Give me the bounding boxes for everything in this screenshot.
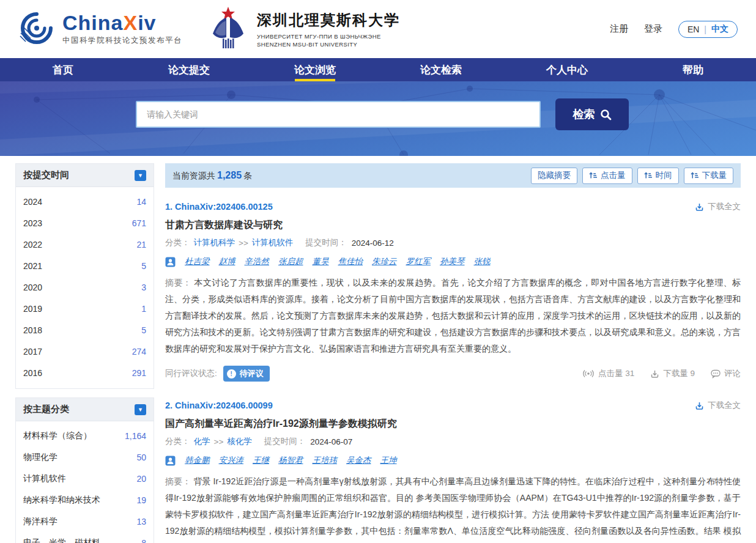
author-link[interactable]: 王继 <box>253 455 269 466</box>
time-facet-item[interactable]: 2020 3 <box>23 276 146 298</box>
nav-item[interactable]: 首页 <box>0 58 126 81</box>
msu-bit-emblem-icon <box>208 6 248 53</box>
subject-facet-item[interactable]: 材料科学（综合） 1,164 <box>23 425 146 446</box>
subject-facet-item[interactable]: 海洋科学 13 <box>23 511 146 532</box>
nav-item[interactable]: 论文提交 <box>126 58 252 81</box>
author-icon <box>165 456 176 466</box>
author-link[interactable]: 王坤 <box>380 455 397 466</box>
sort-ascending-icon <box>691 171 699 180</box>
collapse-time-facet-button[interactable]: ▼ <box>135 170 146 181</box>
login-link[interactable]: 登录 <box>644 23 662 35</box>
lang-en[interactable]: EN <box>687 24 699 34</box>
time-facet-header: 按提交时间 ▼ <box>16 164 154 187</box>
author-link[interactable]: 罗红军 <box>406 256 431 267</box>
facet-sidebar: 按提交时间 ▼ 2024 14 2023 671 2022 <box>15 163 154 543</box>
collapse-subject-facet-button[interactable]: ▼ <box>135 404 146 415</box>
paper-id-link[interactable]: 1. ChinaXiv:202406.00125 <box>165 202 273 212</box>
nav-item[interactable]: 帮助 <box>630 58 756 81</box>
language-switcher[interactable]: EN | 中文 <box>678 21 738 38</box>
time-facet-item[interactable]: 2018 5 <box>23 319 146 341</box>
time-facet-item[interactable]: 2016 291 <box>23 362 146 383</box>
time-facet-item[interactable]: 2021 5 <box>23 255 146 276</box>
time-facet-item[interactable]: 2017 274 <box>23 341 146 362</box>
author-link[interactable]: 杜吉梁 <box>185 256 210 267</box>
main-nav: 首页 论文提交 论文浏览 论文检索 个人中心 帮助 <box>0 58 756 81</box>
sort-button[interactable]: 时间 <box>637 168 679 184</box>
time-facet-item[interactable]: 2019 1 <box>23 298 146 319</box>
paper-authors: 韩金鹏安兴涛王继杨智君王培玮吴金杰王坤 <box>165 455 741 466</box>
results-total: 当前资源共1,285条 <box>172 170 252 182</box>
author-link[interactable]: 王培玮 <box>313 455 338 466</box>
download-fulltext-link[interactable]: 下载全文 <box>695 400 741 411</box>
category-link[interactable]: 化学 <box>194 436 210 447</box>
results-main: 当前资源共1,285条 隐藏摘要 <box>165 163 741 543</box>
subject-facet-item[interactable]: 电子、光学、磁材料 8 <box>23 532 146 543</box>
university-name-en: SHENZHEN MSU-BIT UNIVERSITY <box>257 41 400 48</box>
subject-facet-header: 按主题分类 ▼ <box>16 398 154 421</box>
comments-link[interactable]: 评论 <box>711 368 741 379</box>
paper-title[interactable]: 国产高剂量率近距离治疗Ir-192源剂量学参数模拟研究 <box>165 418 741 430</box>
paper-entry: 1. ChinaXiv:202406.00125 下载全文 甘肃方言数据库建设与… <box>165 188 741 386</box>
paper-abstract: 摘要： 背景 Ir-192近距治疗源是一种高剂量率γ射线放射源，其具有中心剂量率… <box>165 473 741 543</box>
site-header: ChinaXiv 中国科学院科技论文预发布平台 深圳北理莫斯科大学 УНИВЕР… <box>0 0 756 58</box>
sort-button[interactable]: 下载量 <box>684 168 734 184</box>
submit-date: 2024-06-07 <box>310 437 352 446</box>
download-fulltext-link[interactable]: 下载全文 <box>695 201 741 212</box>
time-facet-item[interactable]: 2022 21 <box>23 234 146 255</box>
author-link[interactable]: 杨智君 <box>278 455 303 466</box>
download-icon <box>695 401 704 410</box>
author-link[interactable]: 韩金鹏 <box>185 455 210 466</box>
subcategory-link[interactable]: 计算机软件 <box>252 237 294 248</box>
review-status-label: 同行评议状态: <box>165 368 217 379</box>
author-link[interactable]: 朱珍云 <box>372 256 397 267</box>
time-facet-item[interactable]: 2024 14 <box>23 191 146 212</box>
university-name-ru: УНИВЕРСИТЕТ МГУ-ППИ В ШЭНЬЧЖЭНЕ <box>257 33 400 40</box>
subject-facet-item[interactable]: 计算机软件 20 <box>23 468 146 489</box>
author-link[interactable]: 焦佳怡 <box>338 256 363 267</box>
subject-facet-item[interactable]: 物理化学 50 <box>23 446 146 468</box>
sort-ascending-icon <box>644 171 653 180</box>
paper-id-link[interactable]: 2. ChinaXiv:202406.00099 <box>165 401 273 410</box>
author-link[interactable]: 张锐 <box>474 256 491 267</box>
nav-item[interactable]: 论文浏览 <box>252 58 378 81</box>
paper-meta: 分类： 化学 >> 核化学 提交时间： 2024-06-07 <box>165 436 741 447</box>
author-icon <box>165 257 176 267</box>
clicks-stat: 点击量 31 <box>582 368 634 379</box>
category-link[interactable]: 计算机科学 <box>194 237 235 248</box>
chinaxiv-wave-icon <box>18 10 55 49</box>
nav-item[interactable]: 个人中心 <box>504 58 630 81</box>
subject-facet-item[interactable]: 纳米科学和纳米技术 19 <box>23 489 146 511</box>
search-input[interactable] <box>136 101 541 128</box>
lang-zh[interactable]: 中文 <box>711 24 728 35</box>
download-icon <box>695 202 704 212</box>
author-link[interactable]: 安兴涛 <box>219 455 244 466</box>
register-link[interactable]: 注册 <box>610 23 628 35</box>
author-link[interactable]: 孙美琴 <box>440 256 465 267</box>
paper-abstract: 摘要： 本文讨论了方言数据库的重要性，现状，以及未来的发展趋势。首先，论文介绍了… <box>165 275 741 357</box>
downloads-stat: 下载量 9 <box>650 368 695 379</box>
paper-title[interactable]: 甘肃方言数据库建设与研究 <box>165 219 741 232</box>
subcategory-link[interactable]: 核化学 <box>227 436 252 447</box>
paper-authors: 杜吉梁赵博辛浩然张启超董昊焦佳怡朱珍云罗红军孙美琴张锐 <box>165 256 741 267</box>
hide-abstract-button[interactable]: 隐藏摘要 <box>531 168 577 184</box>
pending-review-icon: ! <box>227 369 236 379</box>
sort-button[interactable]: 点击量 <box>582 168 632 184</box>
comment-icon <box>711 369 721 379</box>
sort-ascending-icon <box>589 171 598 180</box>
author-link[interactable]: 张启超 <box>278 256 303 267</box>
search-button[interactable]: 检索 <box>555 98 629 130</box>
paper-entry: 2. ChinaXiv:202406.00099 下载全文 国产高剂量率近距离治… <box>165 386 741 543</box>
author-link[interactable]: 董昊 <box>313 256 329 267</box>
download-count-icon <box>650 369 659 379</box>
author-link[interactable]: 辛浩然 <box>245 256 270 267</box>
author-link[interactable]: 赵博 <box>219 256 235 267</box>
university-logo: 深圳北理莫斯科大学 УНИВЕРСИТЕТ МГУ-ППИ В ШЭНЬЧЖЭН… <box>208 6 400 53</box>
nav-item[interactable]: 论文检索 <box>378 58 504 81</box>
logo-subtitle: 中国科学院科技论文预发布平台 <box>62 35 182 46</box>
results-topbar: 当前资源共1,285条 隐藏摘要 <box>165 163 741 188</box>
chinaxiv-logo[interactable]: ChinaXiv 中国科学院科技论文预发布平台 <box>18 10 182 49</box>
author-link[interactable]: 吴金杰 <box>346 455 371 466</box>
university-name-cn: 深圳北理莫斯科大学 <box>257 10 400 30</box>
time-facet-item[interactable]: 2023 671 <box>23 212 146 234</box>
review-status-badge[interactable]: ! 待评议 <box>223 366 270 382</box>
